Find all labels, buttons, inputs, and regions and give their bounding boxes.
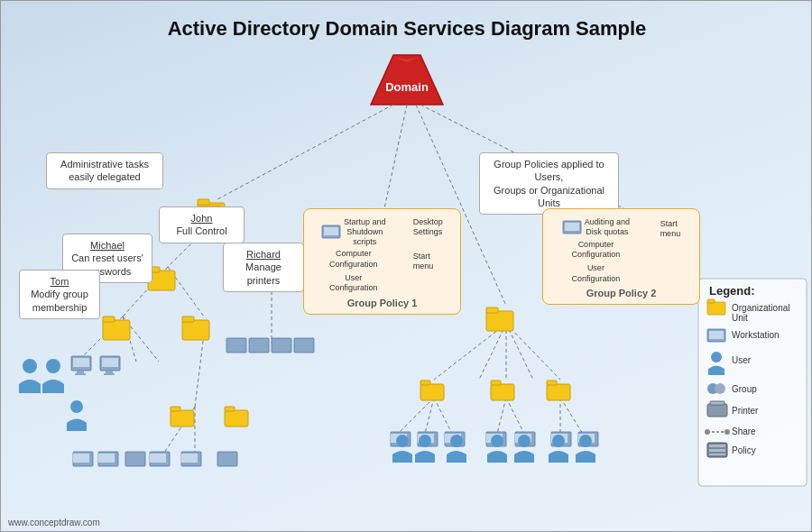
svg-rect-91 — [486, 434, 503, 443]
svg-text:Printer: Printer — [732, 406, 759, 416]
svg-point-107 — [579, 435, 592, 447]
svg-rect-130 — [709, 445, 725, 447]
svg-rect-138 — [565, 223, 579, 231]
svg-rect-66 — [100, 356, 120, 371]
svg-rect-123 — [710, 401, 724, 405]
svg-rect-45 — [420, 381, 430, 385]
svg-point-99 — [46, 359, 60, 373]
svg-text:Group: Group — [732, 384, 757, 394]
svg-text:Legend:: Legend: — [709, 284, 755, 298]
svg-line-5 — [384, 105, 407, 208]
svg-rect-80 — [181, 452, 201, 466]
svg-text:User: User — [732, 355, 752, 365]
svg-rect-70 — [226, 338, 246, 353]
svg-point-127 — [724, 429, 730, 435]
svg-marker-2 — [393, 57, 420, 62]
admin-tasks-note: Administrative tasks easily delegated — [46, 152, 163, 189]
svg-rect-94 — [551, 432, 571, 446]
svg-rect-63 — [73, 358, 89, 367]
svg-rect-132 — [709, 454, 725, 455]
svg-rect-111 — [707, 299, 715, 303]
group-policy-2-box: Auditing andDisk quotas ComputerConfigur… — [542, 208, 700, 305]
svg-rect-43 — [486, 307, 498, 313]
svg-rect-90 — [486, 432, 506, 446]
svg-line-25 — [425, 398, 434, 434]
svg-rect-46 — [491, 384, 514, 400]
svg-line-20 — [479, 324, 506, 380]
svg-line-30 — [560, 398, 583, 434]
tom-note: TomModify groupmembership — [19, 270, 100, 319]
svg-point-126 — [705, 429, 710, 435]
svg-rect-87 — [418, 434, 434, 443]
svg-rect-129 — [707, 443, 727, 457]
svg-rect-44 — [420, 384, 444, 400]
svg-text:Active Directory Domain Servic: Active Directory Domain Services Diagram… — [168, 17, 647, 40]
svg-rect-36 — [103, 320, 130, 340]
svg-line-13 — [168, 267, 204, 316]
svg-rect-62 — [71, 356, 91, 371]
svg-rect-49 — [547, 381, 557, 385]
svg-text:Workstation: Workstation — [732, 330, 780, 340]
svg-rect-108 — [698, 279, 807, 486]
svg-rect-39 — [182, 316, 194, 322]
svg-text:www.conceptdraw.com: www.conceptdraw.com — [7, 518, 100, 527]
svg-rect-84 — [391, 432, 411, 446]
svg-rect-71 — [249, 338, 269, 353]
svg-point-120 — [715, 383, 725, 394]
svg-rect-76 — [98, 452, 118, 466]
svg-point-103 — [450, 435, 463, 447]
svg-rect-92 — [515, 432, 535, 446]
svg-marker-1 — [371, 55, 443, 105]
svg-rect-136 — [324, 227, 338, 235]
svg-point-98 — [23, 359, 37, 373]
svg-rect-114 — [707, 329, 725, 342]
svg-rect-38 — [182, 320, 209, 340]
svg-rect-42 — [486, 311, 513, 331]
svg-rect-93 — [515, 434, 531, 443]
svg-line-22 — [506, 324, 533, 380]
svg-rect-79 — [150, 454, 166, 463]
svg-text:Share: Share — [732, 427, 756, 436]
svg-point-102 — [419, 435, 431, 447]
svg-rect-37 — [103, 316, 115, 322]
svg-rect-110 — [707, 302, 725, 315]
svg-text:Policy: Policy — [732, 445, 756, 455]
svg-line-26 — [434, 398, 452, 434]
svg-rect-69 — [104, 373, 115, 375]
svg-text:Organizational: Organizational — [732, 303, 789, 313]
svg-rect-86 — [418, 432, 438, 446]
svg-rect-77 — [98, 454, 115, 463]
svg-rect-81 — [181, 454, 198, 463]
svg-line-17 — [159, 407, 195, 461]
svg-line-23 — [506, 324, 560, 380]
svg-line-12 — [123, 316, 159, 362]
svg-point-106 — [552, 435, 565, 447]
john-note: JohnFull Control — [159, 206, 245, 243]
svg-line-10 — [78, 316, 123, 362]
svg-rect-53 — [225, 407, 235, 411]
svg-rect-74 — [73, 452, 93, 466]
svg-rect-122 — [707, 404, 727, 417]
svg-rect-78 — [150, 452, 170, 466]
svg-line-27 — [497, 398, 506, 434]
svg-rect-50 — [171, 410, 194, 427]
svg-line-4 — [217, 105, 393, 199]
svg-rect-67 — [102, 358, 118, 367]
svg-line-11 — [123, 316, 136, 362]
svg-line-24 — [398, 398, 434, 434]
svg-rect-96 — [578, 432, 598, 446]
svg-rect-72 — [272, 338, 291, 353]
svg-rect-65 — [75, 373, 86, 375]
svg-point-101 — [396, 435, 409, 447]
svg-rect-68 — [106, 371, 113, 373]
svg-rect-115 — [709, 331, 724, 339]
svg-rect-131 — [709, 449, 725, 452]
svg-text:Unit: Unit — [732, 313, 748, 323]
group-policy-1-box: Startup andShutdownscripts ComputerConfi… — [303, 208, 461, 315]
svg-point-104 — [491, 435, 503, 447]
group-policies-note: Group Policies applied to Users,Groups o… — [479, 152, 619, 215]
svg-rect-47 — [491, 381, 501, 385]
svg-rect-97 — [578, 434, 595, 443]
svg-text:Domain: Domain — [385, 80, 429, 94]
svg-rect-89 — [445, 434, 461, 443]
